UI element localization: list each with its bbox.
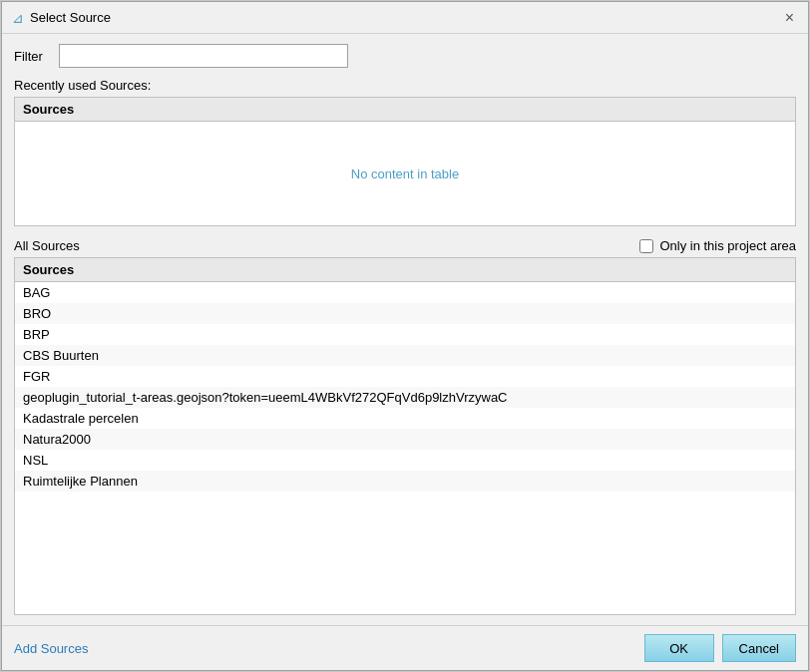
dialog-title: Select Source <box>30 10 111 25</box>
select-source-dialog: ⊿ Select Source × Filter Recently used S… <box>1 1 809 671</box>
sources-list: BAGBROBRPCBS BuurtenFGRgeoplugin_tutoria… <box>15 282 795 614</box>
project-area-checkbox-label: Only in this project area <box>659 238 796 253</box>
title-bar: ⊿ Select Source × <box>2 2 808 34</box>
source-row[interactable]: NSL <box>15 450 795 471</box>
footer-buttons: OK Cancel <box>644 634 796 662</box>
source-row[interactable]: geoplugin_tutorial_t-areas.geojson?token… <box>15 387 795 408</box>
recently-used-empty-text: No content in table <box>15 122 795 225</box>
source-row[interactable]: Natura2000 <box>15 429 795 450</box>
filter-input[interactable] <box>59 44 348 68</box>
project-area-checkbox[interactable] <box>639 239 653 253</box>
dialog-body: Filter Recently used Sources: Sources No… <box>2 34 808 625</box>
source-row[interactable]: CBS Buurten <box>15 345 795 366</box>
filter-row: Filter <box>14 44 796 68</box>
recently-used-label: Recently used Sources: <box>14 78 796 93</box>
cancel-button[interactable]: Cancel <box>722 634 796 662</box>
title-bar-left: ⊿ Select Source <box>12 10 111 26</box>
recently-used-table-header: Sources <box>15 98 795 122</box>
close-button[interactable]: × <box>781 10 798 26</box>
all-sources-label: All Sources <box>14 238 80 253</box>
sources-table: Sources BAGBROBRPCBS BuurtenFGRgeoplugin… <box>14 257 796 615</box>
source-row[interactable]: BRP <box>15 324 795 345</box>
filter-label: Filter <box>14 49 49 64</box>
ok-button[interactable]: OK <box>644 634 714 662</box>
recently-used-table: Sources No content in table <box>14 97 796 226</box>
source-row[interactable]: Ruimtelijke Plannen <box>15 471 795 492</box>
add-sources-link[interactable]: Add Sources <box>14 641 88 656</box>
source-row[interactable]: FGR <box>15 366 795 387</box>
filter-icon: ⊿ <box>12 10 24 26</box>
source-row[interactable]: Kadastrale percelen <box>15 408 795 429</box>
source-row[interactable]: BRO <box>15 303 795 324</box>
source-row[interactable]: BAG <box>15 282 795 303</box>
sources-table-header: Sources <box>15 258 795 282</box>
project-area-checkbox-row: Only in this project area <box>639 238 796 253</box>
all-sources-row: All Sources Only in this project area <box>14 238 796 253</box>
dialog-footer: Add Sources OK Cancel <box>2 625 808 670</box>
